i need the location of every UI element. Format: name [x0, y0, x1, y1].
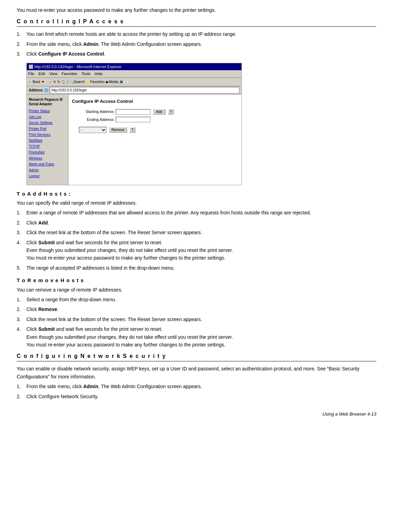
list-item: 4. Click Submit and wait five seconds fo… [17, 239, 376, 262]
nav-pritranet[interactable]: PrintraNet [29, 150, 66, 155]
section4-list: 1. From the side menu, click Admin. The … [17, 383, 376, 400]
browser-addressbar: Address 🌐 http://192.0.0.192/login [27, 86, 241, 95]
list-item: 1. From the side menu, click Admin. The … [17, 383, 376, 390]
item-number: 1. [17, 209, 26, 216]
ip-range-dropdown[interactable]: - [79, 127, 107, 133]
question-button-1[interactable]: ? [168, 109, 174, 115]
text-before: Click [26, 326, 38, 332]
item-number: 2. [17, 393, 26, 400]
question-button-2[interactable]: ? [129, 127, 136, 133]
list-item: 5. The range of accepted IP addresses is… [17, 264, 376, 272]
item-content: Click the reset link at the bottom of th… [26, 229, 376, 236]
item-content: Click Remove. [26, 305, 376, 313]
list-item: 2. Click Configure Network Security. [17, 393, 376, 400]
nav-job-log[interactable]: Job Log [29, 114, 66, 120]
browser-toolbar: ← Back ▼ · → ✕ ↻ 🏠 | 🔍Search ⭐Favorites … [27, 78, 241, 86]
item-bold: Configure IP Access Control [38, 51, 104, 57]
ip-access-form: Starting Address Add ? Ending Address - … [79, 109, 238, 133]
browser-menubar: File Edit View Favorites Tools Help [27, 70, 241, 78]
address-input[interactable]: http://192.0.0.192/login [50, 87, 239, 93]
section3-subheading: T o R e m o v e H o s t s [17, 277, 376, 285]
bold-text: Submit [38, 326, 55, 332]
address-icon: 🌐 [44, 88, 48, 93]
section4-heading: C o n f i g u r i n g N e t w o r k S e … [17, 352, 376, 361]
starting-address-input[interactable] [116, 109, 150, 115]
intro-paragraph: You must re-enter your access password t… [17, 6, 376, 14]
footer-text: Using a Web Browser 4-13 [322, 411, 376, 418]
menu-edit[interactable]: Edit [39, 71, 45, 77]
item-text-after: . The Web Admin Configuration screen app… [98, 41, 202, 47]
browser-titlebar: http://192.0.0.192/login - Microsoft Int… [27, 63, 241, 71]
item-number: 3. [17, 316, 26, 323]
separator: · [46, 79, 47, 84]
nav-netware[interactable]: NetWare [29, 138, 66, 143]
item-text-before: From the side menu, click [26, 41, 83, 47]
add-button[interactable]: Add [153, 109, 166, 115]
menu-favorites[interactable]: Favorites [62, 71, 77, 77]
nav-wireless[interactable]: Wireless [29, 156, 66, 161]
forward-button[interactable]: → [48, 79, 52, 84]
text-after: . [48, 220, 49, 226]
ending-address-input[interactable] [116, 117, 150, 122]
item-content: Click Configure Network Security. [26, 393, 376, 400]
remove-row: - Remove ? [79, 127, 238, 133]
list-item: 3. Click Configure IP Access Control. [17, 50, 376, 58]
item-content: Click Add. [26, 219, 376, 227]
toolbar-icons: 🖶 📧 [120, 79, 128, 84]
back-button[interactable]: ← Back ▼ [28, 79, 45, 84]
section1-heading: C o n t r o l l i n g I P A c c e s s [17, 17, 376, 27]
ending-address-label: Ending Address [79, 117, 114, 123]
refresh-button[interactable]: ↻ [57, 79, 60, 84]
browser-title: http://192.0.0.192/login - Microsoft Int… [34, 64, 122, 70]
step4b-extra-line1: Even though you submitted your changes, … [26, 333, 376, 341]
nav-alerts-traps[interactable]: Alerts and Traps [29, 162, 66, 167]
bold-text: Remove [38, 306, 57, 312]
menu-help[interactable]: Help [95, 71, 103, 77]
text-after: . [57, 306, 59, 312]
list-item: 2. Click Remove. [17, 305, 376, 313]
text-after: and wait five seconds for the print serv… [55, 240, 163, 245]
item-number: 2. [17, 305, 26, 313]
menu-tools[interactable]: Tools [82, 71, 91, 77]
item-bold: Admin [83, 41, 98, 47]
section3-para: You can remove a range of remote IP addr… [17, 286, 376, 294]
nav-logout[interactable]: Logout [29, 173, 66, 179]
item-content: From the side menu, click Admin. The Web… [26, 383, 376, 390]
remove-button[interactable]: Remove [109, 127, 127, 133]
list-item: 4. Click Submit and wait five seconds fo… [17, 325, 376, 349]
list-item: 2. From the side menu, click Admin. The … [17, 40, 376, 48]
item-number: 1. [17, 296, 26, 303]
toolbar-separator: | [67, 79, 68, 84]
browser-sidebar: Monarch Pegasus III Serial Adapter Print… [27, 95, 68, 185]
section1-list: 1. You can limit which remote hosts are … [17, 30, 376, 58]
text-after: . The Web Admin Configuration screen app… [98, 384, 202, 389]
nav-printer-status[interactable]: Printer Status [29, 108, 66, 114]
list-item: 3. Click the reset link at the bottom of… [17, 229, 376, 236]
nav-print-services[interactable]: Print Services [29, 132, 66, 137]
item-number: 4. [17, 239, 26, 246]
menu-file[interactable]: File [28, 71, 34, 77]
browser-main-panel: Configure IP Access Control Starting Add… [68, 95, 241, 185]
item-content: Click Submit and wait five seconds for t… [26, 239, 376, 246]
menu-view[interactable]: View [49, 71, 58, 77]
list-item: 3. Click the reset link at the bottom of… [17, 316, 376, 323]
item-content: You can limit which remote hosts are abl… [26, 30, 376, 38]
nav-printer-port[interactable]: Printer Port [29, 126, 66, 131]
item-content: Click Submit and wait five seconds for t… [26, 325, 376, 333]
home-button[interactable]: 🏠 [62, 79, 66, 84]
item-text-after: . [104, 51, 105, 57]
nav-admin[interactable]: Admin [29, 167, 66, 173]
item-content: Click Configure IP Access Control. [26, 50, 376, 58]
nav-tcpip[interactable]: TCP/IP [29, 144, 66, 149]
text-before: Click [26, 240, 38, 245]
section4-para: You can enable or disable network securi… [17, 365, 376, 380]
starting-address-label: Starting Address [79, 109, 114, 115]
item-number: 3. [17, 50, 26, 58]
browser-icon [29, 65, 33, 69]
nav-server-settings[interactable]: Server Settings [29, 120, 66, 125]
list-item: 1. Enter a range of remote IP addresses … [17, 209, 376, 216]
item-content: Enter a range of remote IP addresses tha… [26, 209, 376, 216]
item-content: The range of accepted IP addresses is li… [26, 264, 376, 272]
stop-button[interactable]: ✕ [53, 79, 56, 84]
configure-ip-title: Configure IP Access Control [72, 98, 238, 105]
